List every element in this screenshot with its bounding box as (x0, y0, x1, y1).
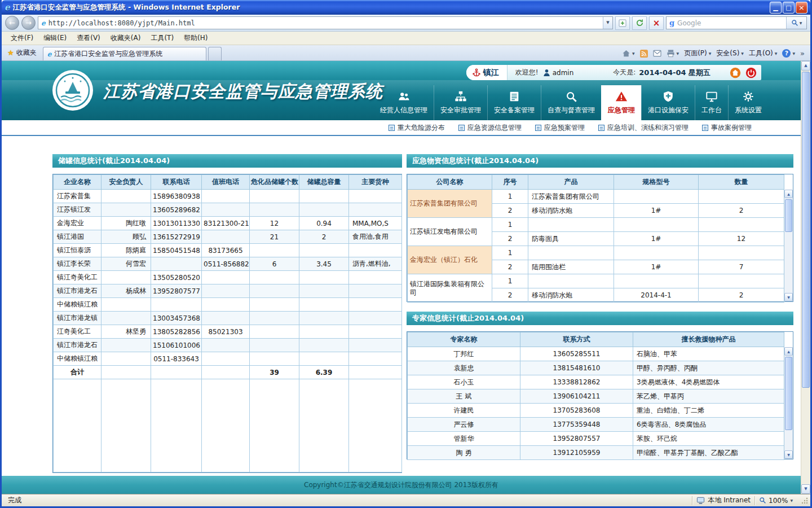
forward-button[interactable]: → (21, 16, 36, 30)
rss-icon (640, 50, 648, 58)
company-cell[interactable]: 江苏镇江发电有限公司 (408, 218, 492, 246)
experts-table-row[interactable]: 石小玉133388128623类易燃液体、4类易燃固体 (408, 375, 784, 389)
company-cell[interactable]: 江苏索普集团有限公司 (408, 190, 492, 218)
minimize-button[interactable]: ▁ (770, 2, 782, 14)
scrollbar-thumb[interactable] (785, 357, 792, 430)
company-cell[interactable]: 金海宏业（镇江）石化 (408, 246, 492, 274)
help-dropdown-icon: ▼ (792, 51, 795, 55)
menu-view[interactable]: 查看(V) (72, 32, 105, 44)
materials-table-row[interactable]: 江苏镇江发电有限公司1 (408, 218, 784, 232)
favorites-button[interactable]: ★ 收藏夹 (4, 46, 41, 60)
scrollbar-thumb[interactable] (802, 72, 810, 388)
tools-menu-button[interactable]: 工具(O) ▼ (749, 49, 777, 58)
subnav-accident-cases[interactable]: 事故案例管理 (702, 123, 752, 133)
nav-filing[interactable]: 安全备案管理 (487, 85, 541, 120)
feeds-button[interactable] (640, 50, 648, 58)
scroll-up-icon[interactable]: ▲ (784, 347, 793, 356)
nav-workbench[interactable]: 工作台 (695, 85, 728, 120)
company-cell[interactable]: 镇江港国际集装箱有限公司 (408, 274, 492, 303)
scroll-down-icon[interactable]: ▼ (801, 484, 810, 494)
subnav-hazard-distribution[interactable]: 重大危险源分布 (389, 123, 445, 133)
page-scrollbar[interactable]: ▲ ▼ (801, 61, 810, 494)
tools-menu-label: 工具(O) (749, 49, 773, 58)
tank-table-row[interactable]: 中储粮镇江粮0511-833643 (54, 352, 402, 366)
tank-table-row[interactable]: 江苏镇江发13605289682 (54, 203, 402, 217)
experts-table-row[interactable]: 管新华13952807557苯胺、环己烷 (408, 432, 784, 446)
stop-button[interactable]: × (649, 16, 664, 30)
experts-table-row[interactable]: 严云修137753594486类毒害品、8类腐蚀品 (408, 418, 784, 432)
tank-table-row[interactable]: 镇江市港龙镇13003457368 (54, 312, 402, 325)
url-text[interactable]: http://localhost:8080/yjpt/Main.html (48, 19, 600, 27)
address-dropdown-button[interactable]: ▼ (603, 17, 612, 29)
resize-grip[interactable] (801, 497, 809, 505)
scroll-down-icon[interactable]: ▼ (784, 450, 793, 459)
tank-table-row[interactable]: 江奇美化工林坚勇1380528285685021303 (54, 325, 402, 339)
experts-table-row[interactable]: 王 斌13906104211苯乙烯、甲基丙 (408, 389, 784, 404)
tank-table-row[interactable]: 中储粮镇江粮 (54, 298, 402, 312)
maximize-button[interactable]: □ (783, 2, 795, 14)
search-box[interactable]: g Google ▼ (666, 16, 807, 29)
nav-port-security[interactable]: 港口设施保安 (641, 85, 695, 120)
scroll-up-icon[interactable]: ▲ (784, 190, 793, 198)
tank-table-row[interactable]: 镇江市港龙石杨成林13952807577 (54, 284, 402, 298)
materials-table-row[interactable]: 江苏索普集团有限公司1江苏索普集团有限公司 (408, 190, 784, 204)
table-cell (349, 325, 402, 339)
help-button[interactable]: ? ▼ (782, 49, 795, 58)
experts-table-row[interactable]: 陶 勇13912105959甲缩醛、甲基异丁基酮、乙酸乙酯 (408, 446, 784, 460)
scrollbar-thumb[interactable] (785, 199, 792, 232)
search-input[interactable]: Google (677, 19, 783, 27)
experts-table-row[interactable]: 袁新忠13815481610甲醇、异丙醇、丙酮 (408, 361, 784, 375)
menu-favorites[interactable]: 收藏夹(A) (106, 32, 145, 44)
logout-power-icon[interactable] (745, 67, 757, 78)
experts-table-row[interactable]: 丁邦红13605285511石脑油、甲苯 (408, 347, 784, 361)
nav-approval[interactable]: 安全审批管理 (434, 85, 487, 120)
scroll-up-icon[interactable]: ▲ (801, 61, 810, 71)
menu-edit[interactable]: 编辑(E) (39, 32, 71, 44)
page-menu-button[interactable]: 页面(P) ▼ (684, 49, 711, 58)
tank-table-row[interactable]: 镇江李长荣何雪宏0511-85688263.45沥青,燃料油, (54, 257, 402, 271)
materials-scrollbar[interactable]: ▲ ▼ (784, 190, 793, 301)
experts-scrollbar[interactable]: ▲ ▼ (784, 347, 793, 459)
browser-tab-active[interactable]: e 江苏省港口安全监管与应急管理系统 (43, 47, 206, 60)
menu-file[interactable]: 文件(F) (6, 32, 38, 44)
chevron-more-icon[interactable]: » (800, 49, 805, 58)
table-cell (250, 352, 299, 366)
security-shield-icon (662, 90, 674, 103)
read-mail-button[interactable] (653, 50, 661, 57)
refresh-button[interactable] (632, 16, 647, 30)
experts-table-row[interactable]: 许建民13705283608重油、白蜡油、丁二烯 (408, 404, 784, 418)
print-button[interactable]: ▼ (667, 49, 679, 58)
tank-table-row[interactable]: 镇江港国顾弘13615272919212食用油,食用 (54, 230, 402, 244)
tank-table-row[interactable]: 金海宏业陶红暾1301301133083121300-21120.94MMA,M… (54, 217, 402, 230)
nav-operators[interactable]: 经营人信息管理 (374, 85, 434, 120)
expert-skill-cell: 6类毒害品、8类腐蚀品 (633, 418, 784, 432)
table-cell (250, 271, 299, 284)
menu-tools[interactable]: 工具(T) (146, 32, 178, 44)
new-tab-button[interactable] (208, 47, 222, 60)
nav-inspection[interactable]: 自查与督查管理 (541, 85, 601, 120)
home-button[interactable]: ▼ (622, 49, 635, 58)
menu-help[interactable]: 帮助(H) (179, 32, 212, 44)
subnav-training-drill[interactable]: 应急培训、演练和演习管理 (598, 123, 689, 133)
nav-emergency[interactable]: 应急管理 (601, 85, 641, 120)
window-titlebar[interactable]: e 江苏省港口安全监管与应急管理系统 - Windows Internet Ex… (2, 0, 810, 15)
tank-table-row[interactable]: 镇江恒泰沥陈炳庭1585045154883173665 (54, 244, 402, 257)
home-shortcut-icon[interactable] (730, 67, 741, 78)
scroll-down-icon[interactable]: ▼ (784, 293, 793, 301)
tank-table-row[interactable]: 江苏索普集15896380938 (54, 190, 402, 203)
materials-table-row[interactable]: 金海宏业（镇江）石化1 (408, 246, 784, 260)
close-button[interactable]: × (796, 2, 807, 14)
tank-table-row[interactable]: 镇江奇美化工13505280520 (54, 271, 402, 284)
back-button[interactable]: ← (5, 16, 19, 30)
search-button[interactable]: ▼ (786, 17, 806, 29)
safety-menu-button[interactable]: 安全(S) ▼ (716, 49, 744, 58)
address-field[interactable]: e http://localhost:8080/yjpt/Main.html ▼ (38, 16, 613, 29)
subnav-plan-management[interactable]: 应急预案管理 (535, 123, 585, 133)
column-header: 联系电话 (151, 175, 202, 190)
nav-settings[interactable]: 系统设置 (728, 85, 768, 120)
subnav-resource-info[interactable]: 应急资源信息管理 (458, 123, 522, 133)
compatibility-view-button[interactable] (615, 16, 630, 30)
materials-table-row[interactable]: 镇江港国际集装箱有限公司1 (408, 274, 784, 288)
zoom-control[interactable]: 100% ▼ (759, 497, 798, 505)
tank-table-row[interactable]: 镇江市港龙石15106101006 (54, 339, 402, 352)
